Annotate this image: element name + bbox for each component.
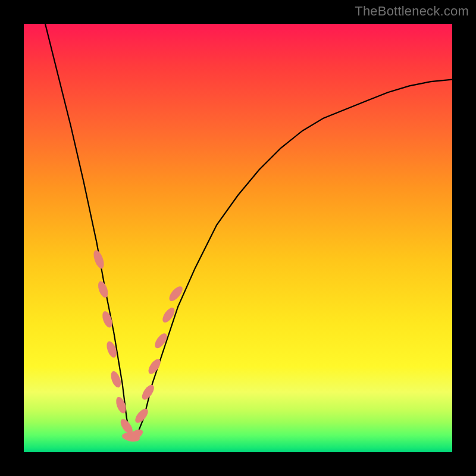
curve-bead: [160, 306, 177, 325]
bottleneck-curve: [45, 24, 452, 439]
curve-bead: [92, 249, 106, 270]
plot-area: [24, 24, 452, 452]
curve-beads-group: [92, 249, 185, 443]
chart-svg: [24, 24, 452, 452]
curve-bead: [96, 280, 110, 299]
site-watermark: TheBottleneck.com: [355, 4, 469, 19]
chart-stage: TheBottleneck.com: [0, 0, 476, 476]
curve-bead: [167, 284, 185, 303]
